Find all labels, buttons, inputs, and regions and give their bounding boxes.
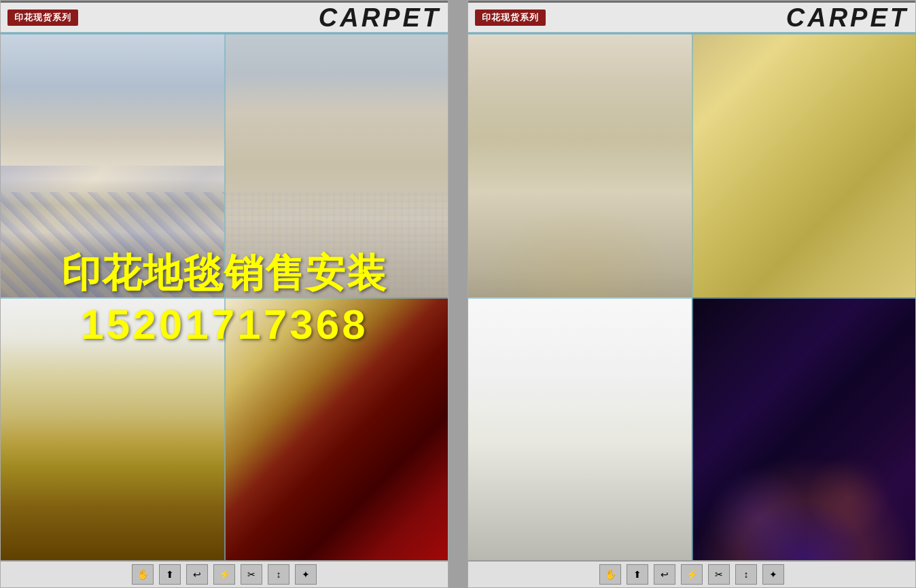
image-banquet-white <box>468 297 692 561</box>
banquet-white-bg <box>468 297 692 561</box>
corridor-leaf-bg <box>468 34 692 297</box>
bedroom-blue-bg <box>1 34 224 297</box>
footer-icon-r2[interactable]: ⬆ <box>627 564 648 585</box>
footer-icon-2[interactable]: ⬆ <box>159 564 181 585</box>
left-panel-footer: ✋ ⬆ ↩ ⚡ ✂ ↕ ✦ <box>1 560 448 587</box>
right-carpet-title: CARPET <box>786 3 909 33</box>
footer-icon-3[interactable]: ↩ <box>186 564 208 585</box>
h-line-center-left <box>1 297 448 299</box>
lounge-dark-bg <box>692 297 915 561</box>
image-banquet-red <box>224 297 448 561</box>
footer-icon-r3[interactable]: ↩ <box>654 564 675 585</box>
footer-icon-r5[interactable]: ✂ <box>708 564 730 585</box>
image-corridor-grey <box>224 34 448 297</box>
image-banquet-gold <box>1 297 224 561</box>
image-corridor-leaf <box>468 34 692 297</box>
right-panel-footer: ✋ ⬆ ↩ ⚡ ✂ ↕ ✦ <box>468 560 915 587</box>
left-image-grid: 印花地毯销售安装 15201717368 <box>1 34 448 560</box>
blue-wave-pattern <box>1 192 224 297</box>
footer-icon-r7[interactable]: ✦ <box>762 564 784 585</box>
panel-divider <box>448 0 468 588</box>
left-carpet-title: CARPET <box>319 3 441 33</box>
image-bedroom-yellow <box>692 34 915 297</box>
footer-icon-1[interactable]: ✋ <box>132 564 154 585</box>
left-panel-header: 印花现货系列 CARPET <box>1 3 448 34</box>
h-line-center-right <box>468 297 915 299</box>
right-badge: 印花现货系列 <box>475 10 546 26</box>
grey-grid-pattern <box>224 192 448 297</box>
right-image-grid <box>468 34 915 560</box>
right-panel-header: 印花现货系列 CARPET <box>468 3 915 34</box>
footer-icon-5[interactable]: ✂ <box>241 564 262 585</box>
footer-icon-7[interactable]: ✦ <box>295 564 317 585</box>
right-panel: 印花现货系列 CARPET <box>468 0 916 588</box>
image-bedroom-blue <box>1 34 224 297</box>
banquet-red-bg <box>224 297 448 561</box>
left-badge: 印花现货系列 <box>7 10 78 26</box>
footer-icon-r4[interactable]: ⚡ <box>681 564 703 585</box>
left-panel: 印花现货系列 CARPET <box>0 0 448 588</box>
footer-icon-6[interactable]: ↕ <box>268 564 289 585</box>
corridor-grey-bg <box>224 34 448 297</box>
footer-icon-r6[interactable]: ↕ <box>735 564 757 585</box>
image-lounge-dark <box>692 297 915 561</box>
banquet-gold-bg <box>1 297 224 561</box>
footer-icon-4[interactable]: ⚡ <box>213 564 235 585</box>
leaf-pattern <box>468 192 692 297</box>
bedroom-yellow-bg <box>692 34 915 297</box>
circles-pattern <box>692 455 915 560</box>
footer-icon-r1[interactable]: ✋ <box>599 564 621 585</box>
